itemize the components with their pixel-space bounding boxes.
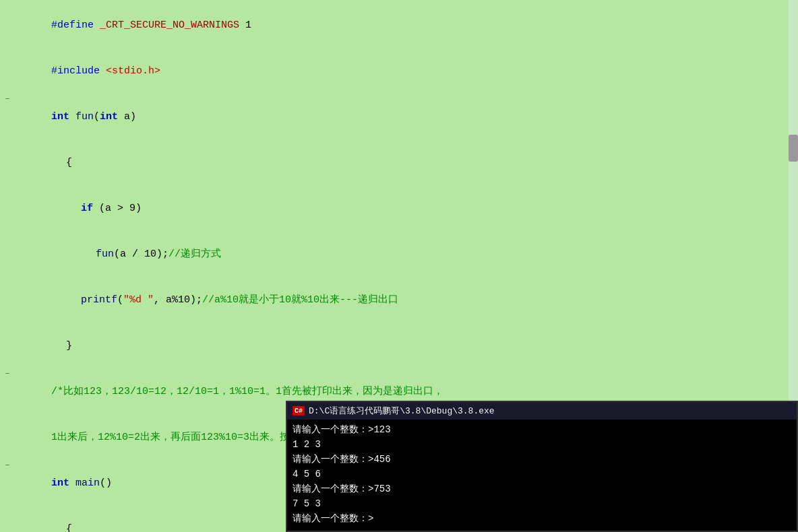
fold-btn-11[interactable]: −: [0, 461, 15, 469]
fold-btn-9[interactable]: −: [0, 370, 15, 378]
terminal-line-4: 4 5 6: [293, 467, 791, 481]
code-editor: #define _CRT_SECURE_NO_WARNINGS 1 #inclu…: [0, 0, 798, 532]
terminal-window: C# D:\C语言练习代码鹏哥\3.8\Debug\3.8.exe 请输入一个整…: [286, 401, 798, 532]
terminal-title: D:\C语言练习代码鹏哥\3.8\Debug\3.8.exe: [309, 405, 495, 417]
terminal-line-6: 7 5 3: [293, 496, 791, 511]
code-line-6: fun(a / 10);//递归方式: [0, 232, 798, 277]
terminal-line-1: 请输入一个整数：>123: [293, 422, 791, 437]
code-line-4: {: [0, 140, 798, 186]
terminal-line-3: 请输入一个整数：>456: [293, 452, 791, 467]
code-line-1: #define _CRT_SECURE_NO_WARNINGS 1: [0, 3, 798, 48]
pp-define-name: _CRT_SECURE_NO_WARNINGS: [100, 20, 239, 31]
code-line-8: }: [0, 323, 798, 369]
code-line-2: #include <stdio.h>: [0, 48, 798, 94]
terminal-body: 请输入一个整数：>123 1 2 3 请输入一个整数：>456 4 5 6 请输…: [287, 420, 797, 529]
code-line-3: − int fun(int a): [0, 94, 798, 140]
terminal-line-5: 请输入一个整数：>753: [293, 481, 791, 496]
terminal-line-7: 请输入一个整数：>: [293, 511, 791, 526]
terminal-app-icon: C#: [293, 406, 305, 415]
fold-btn-3[interactable]: −: [0, 95, 15, 103]
terminal-titlebar: C# D:\C语言练习代码鹏哥\3.8\Debug\3.8.exe: [287, 402, 797, 420]
terminal-line-2: 1 2 3: [293, 437, 791, 452]
pp-keyword: #define: [51, 20, 100, 31]
scrollbar-thumb[interactable]: [789, 135, 798, 162]
code-line-5: if (a > 9): [0, 186, 798, 232]
code-line-7: printf("%d ", a%10);//a%10就是小于10就%10出来--…: [0, 277, 798, 323]
terminal-icon-text: C#: [295, 407, 303, 415]
